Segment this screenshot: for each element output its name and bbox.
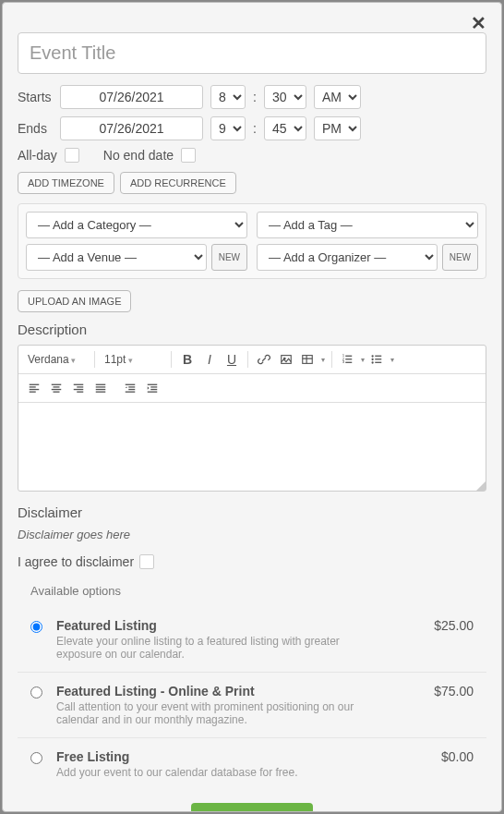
svg-rect-10 — [375, 356, 381, 357]
allday-label: All-day — [18, 148, 57, 163]
align-left-icon[interactable] — [24, 378, 44, 398]
starts-row: Starts 8 : 30 AM — [18, 85, 486, 109]
option-price: $0.00 — [418, 749, 474, 779]
option-desc: Add your event to our calendar database … — [56, 766, 370, 779]
ends-label: Ends — [18, 121, 53, 136]
ends-ampm-select[interactable]: PM — [314, 116, 361, 140]
indent-icon[interactable] — [142, 378, 162, 398]
agree-checkbox[interactable] — [139, 554, 154, 569]
upload-image-button[interactable]: UPLOAD AN IMAGE — [18, 290, 131, 312]
bold-icon[interactable]: B — [177, 349, 198, 370]
svg-rect-14 — [375, 362, 381, 363]
svg-rect-16 — [30, 386, 36, 387]
table-icon[interactable] — [298, 349, 326, 370]
svg-point-13 — [371, 361, 373, 363]
italic-icon[interactable]: I — [199, 349, 220, 370]
ends-hour-select[interactable]: 9 — [210, 116, 246, 140]
tag-select[interactable]: — Add a Tag — — [257, 212, 478, 238]
svg-rect-24 — [77, 386, 83, 387]
option-desc: Call attention to your event with promin… — [56, 700, 370, 726]
svg-rect-28 — [96, 386, 106, 387]
add-recurrence-button[interactable]: ADD RECURRENCE — [120, 172, 236, 194]
time-colon: : — [253, 90, 257, 104]
align-center-icon[interactable] — [46, 378, 66, 398]
underline-icon[interactable]: U — [222, 349, 242, 370]
svg-rect-34 — [126, 392, 136, 393]
agree-row: I agree to disclaimer — [18, 554, 486, 569]
svg-rect-31 — [126, 384, 136, 385]
font-family-select[interactable]: Verdana — [24, 351, 89, 368]
allday-checkbox[interactable] — [65, 148, 79, 163]
ends-minute-select[interactable]: 45 — [264, 116, 306, 140]
svg-rect-38 — [148, 392, 158, 393]
option-title: Featured Listing - Online & Print — [56, 684, 418, 699]
option-radio[interactable] — [30, 686, 42, 699]
svg-rect-30 — [96, 392, 106, 393]
venue-select[interactable]: — Add a Venue — — [26, 244, 207, 271]
starts-label: Starts — [18, 90, 53, 104]
svg-rect-21 — [52, 389, 62, 390]
svg-rect-3 — [345, 356, 352, 357]
option-desc: Elevate your online listing to a feature… — [56, 635, 370, 661]
close-icon[interactable]: ✕ — [471, 12, 486, 34]
organizer-select[interactable]: — Add a Organizer — — [257, 244, 438, 271]
image-icon[interactable] — [276, 349, 296, 370]
editor-toolbar-align — [18, 374, 486, 403]
bullet-list-icon[interactable] — [367, 349, 395, 370]
outdent-icon[interactable] — [120, 378, 140, 398]
ends-date-input[interactable] — [60, 116, 203, 140]
svg-point-9 — [371, 355, 373, 357]
add-timezone-button[interactable]: ADD TIMEZONE — [18, 172, 114, 194]
checkbox-row: All-day No end date — [18, 148, 486, 163]
option-radio[interactable] — [30, 752, 42, 764]
description-editor: Verdana 11pt B I U 123 — [18, 345, 486, 492]
new-venue-button[interactable]: NEW — [211, 244, 247, 271]
svg-point-11 — [371, 358, 373, 360]
ordered-list-icon[interactable]: 123 — [338, 349, 366, 370]
svg-rect-19 — [52, 384, 62, 385]
option-title: Featured Listing — [56, 618, 418, 633]
editor-textarea[interactable] — [18, 403, 486, 491]
svg-rect-17 — [30, 389, 40, 390]
agree-label: I agree to disclaimer — [18, 554, 134, 569]
svg-rect-29 — [96, 389, 106, 390]
event-modal: ✕ Starts 8 : 30 AM Ends 9 : 45 PM All-da… — [2, 2, 502, 812]
svg-rect-2 — [303, 356, 313, 364]
svg-rect-18 — [30, 392, 36, 393]
disclaimer-text: Disclaimer goes here — [18, 528, 486, 541]
svg-rect-5 — [345, 362, 352, 363]
event-title-input[interactable] — [18, 32, 486, 74]
option-price: $25.00 — [418, 618, 474, 661]
starts-date-input[interactable] — [60, 85, 203, 109]
svg-rect-37 — [150, 389, 157, 390]
time-colon: : — [253, 121, 257, 136]
svg-rect-12 — [375, 358, 381, 359]
svg-rect-26 — [77, 392, 83, 393]
resize-handle-icon[interactable] — [476, 481, 486, 491]
align-justify-icon[interactable] — [90, 378, 111, 398]
font-size-select[interactable]: 11pt — [101, 351, 165, 368]
new-organizer-button[interactable]: NEW — [442, 244, 478, 271]
options-list: Featured Listing Elevate your online lis… — [18, 607, 486, 790]
ends-row: Ends 9 : 45 PM — [18, 116, 486, 140]
option-radio[interactable] — [30, 621, 42, 633]
svg-rect-20 — [54, 386, 60, 387]
associations-box: — Add a Category — — Add a Tag — — Add a… — [18, 203, 486, 279]
link-icon[interactable] — [254, 349, 274, 370]
option-item: Free Listing Add your event to our calen… — [18, 738, 486, 790]
noend-checkbox[interactable] — [181, 148, 196, 163]
disclaimer-label: Disclaimer — [18, 504, 486, 520]
svg-rect-22 — [54, 392, 60, 393]
svg-rect-32 — [128, 386, 135, 387]
svg-text:3: 3 — [342, 359, 345, 364]
svg-rect-4 — [345, 358, 352, 359]
align-right-icon[interactable] — [68, 378, 89, 398]
submit-event-button[interactable]: SUBMIT EVENT — [191, 803, 312, 812]
category-select[interactable]: — Add a Category — — [26, 212, 247, 238]
starts-minute-select[interactable]: 30 — [264, 85, 306, 109]
starts-hour-select[interactable]: 8 — [210, 85, 246, 109]
starts-ampm-select[interactable]: AM — [314, 85, 361, 109]
svg-rect-15 — [30, 384, 40, 385]
svg-rect-33 — [128, 389, 135, 390]
svg-rect-36 — [150, 386, 157, 387]
